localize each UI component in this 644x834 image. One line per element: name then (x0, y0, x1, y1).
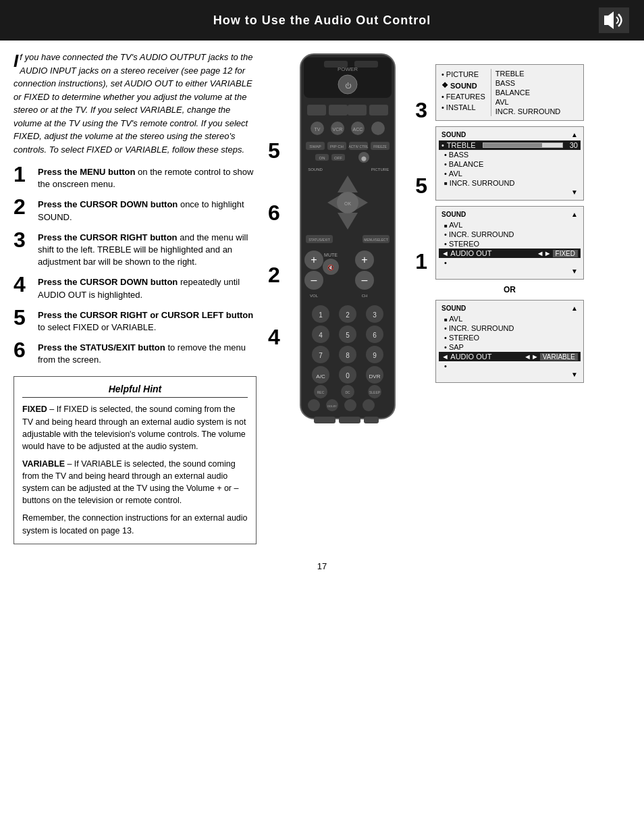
svg-text:SOUND: SOUND (308, 167, 323, 172)
svg-text:1: 1 (319, 311, 323, 319)
install-bullet: • (441, 103, 444, 111)
features-bullet: • (441, 93, 444, 101)
p2-audio-out-arrows: ◄► (537, 249, 552, 257)
step-5-number: 5 (14, 307, 32, 328)
step-4: 4 Press the CURSOR DOWN button repeatedl… (14, 276, 257, 301)
treble-label: TREBLE (447, 141, 476, 149)
p2-stereo-row: • STEREO (441, 239, 578, 249)
page-header: How to Use the Audio Out Control (0, 0, 644, 41)
svg-text:VOL: VOL (310, 294, 319, 298)
picture-bullet: • (441, 70, 444, 78)
step-6-number: 6 (14, 339, 32, 361)
menu-picture-label: PICTURE (446, 70, 479, 78)
svg-point-92 (363, 399, 375, 411)
side-num-4-left: 4 (268, 325, 280, 350)
svg-text:REC: REC (317, 390, 325, 394)
page-number: 17 (0, 554, 644, 578)
side-num-5-right: 5 (415, 174, 427, 199)
svg-text:FREEZE: FREEZE (373, 145, 387, 149)
p2-audio-out-left: ◄ AUDIO OUT (441, 249, 491, 257)
p3-stereo-bullet: • (444, 334, 447, 342)
svg-text:5: 5 (346, 332, 350, 339)
hint-fixed-text: – If FIXED is selected, the sound coming… (22, 405, 246, 450)
intro-paragraph: If you have connected the TV's AUDIO OUT… (14, 51, 257, 156)
svg-text:TV: TV (315, 127, 321, 132)
p2-audio-out-value: FIXED (553, 250, 578, 257)
svg-rect-0 (599, 7, 629, 33)
svg-text:POWER: POWER (338, 66, 358, 72)
p3-stereo-row: • STEREO (441, 333, 578, 342)
hint-variable-para: VARIABLE – If VARIABLE is selected, the … (22, 458, 248, 507)
p2-audio-out-label: AUDIO OUT (450, 249, 491, 257)
svg-text:ON: ON (319, 156, 325, 160)
p3-audio-out-label: AUDIO OUT (450, 353, 491, 361)
p3-audio-out-arrow: ◄ (441, 353, 449, 361)
svg-text:7: 7 (319, 352, 323, 359)
svg-text:ACC: ACC (353, 127, 363, 132)
step-6-bold: Press the STATUS/EXIT button (38, 342, 165, 353)
sub-treble: TREBLE (495, 69, 561, 78)
p3-audio-out-arrows: ◄► (524, 353, 539, 361)
left-column: If you have connected the TV's AUDIO OUT… (14, 51, 257, 544)
svg-text:MENU/SELECT: MENU/SELECT (364, 238, 388, 242)
sound-panel-2-arrow-up: ▲ (571, 211, 578, 218)
sound-panel-1-arrow-down: ▼ (571, 188, 578, 196)
sound-sub-items: TREBLE BASS BALANCE AVL INCR. SURROUND (491, 69, 561, 116)
p3-avl-bullet: ■ (444, 317, 448, 323)
step-5-bold: Press the CURSOR RIGHT or CURSOR LEFT bu… (38, 310, 253, 320)
p3-last-item: • (441, 361, 578, 371)
side-num-2-left: 2 (268, 263, 280, 288)
sub-bass: BASS (495, 78, 561, 88)
step-3-content: Press the CURSOR RIGHT button and the me… (38, 232, 257, 269)
helpful-hint-box: Helpful Hint FIXED – If FIXED is selecte… (14, 376, 257, 544)
balance-bullet: • (444, 160, 447, 168)
step-2: 2 Press the CURSOR DOWN button once to h… (14, 199, 257, 223)
sub-incr-surround: INCR. SURROUND (495, 107, 561, 116)
step-4-content: Press the CURSOR DOWN button repeatedly … (38, 276, 257, 301)
p3-sap-row: • SAP (441, 342, 578, 352)
menu-install-label: INSTALL (446, 103, 476, 111)
left-side-numbers: 5 6 2 4 (268, 138, 280, 350)
step-4-bold: Press the CURSOR DOWN button (38, 277, 178, 287)
step-1-content: Press the MENU button on the remote cont… (38, 166, 257, 190)
step-5-rest: to select FIXED or VARIABLE. (38, 322, 156, 332)
p3-arrow-down-row: ▼ (441, 371, 578, 378)
step-3: 3 Press the CURSOR RIGHT button and the … (14, 232, 257, 269)
svg-text:OK: OK (344, 201, 351, 206)
p2-incr-bullet: • (444, 230, 447, 238)
sound-panel-3-header: SOUND ▲ (441, 305, 578, 312)
main-menu-items: • PICTURE ❖ SOUND • FEATURES (441, 69, 485, 116)
bass-bullet: • (444, 151, 447, 159)
svg-rect-95 (339, 417, 360, 423)
p3-sap-bullet: • (444, 343, 447, 351)
svg-text:0: 0 (346, 372, 350, 380)
hint-remember-para: Remember, the connection instructions fo… (22, 512, 248, 536)
p3-incr-bullet: • (444, 324, 447, 332)
step-6: 6 Press the STATUS/EXIT button to remove… (14, 342, 257, 366)
avl-label: AVL (449, 170, 462, 178)
sound-panel-1-title: SOUND (441, 131, 466, 138)
speaker-icon (597, 7, 630, 34)
bass-row: • BASS (441, 150, 578, 159)
svg-text:ACTIV CTRL: ACTIV CTRL (348, 145, 368, 149)
step-4-number: 4 (14, 273, 32, 295)
sound-panel-1-arrow-up: ▲ (571, 131, 578, 138)
svg-text:9: 9 (373, 352, 377, 359)
remote-control: ⏻ POWER TV VCR ACC (294, 51, 402, 429)
step-5: 5 Press the CURSOR RIGHT or CURSOR LEFT … (14, 309, 257, 334)
svg-point-91 (344, 399, 356, 411)
p2-avl-bullet: ■ (444, 223, 448, 229)
svg-text:2: 2 (346, 311, 350, 319)
avl-bullet: • (444, 170, 447, 178)
p2-audio-out-right: ◄► FIXED (537, 249, 578, 257)
menu-sound-label: SOUND (450, 82, 477, 90)
step-5-content: Press the CURSOR RIGHT or CURSOR LEFT bu… (38, 309, 257, 334)
or-label: OR (435, 285, 584, 294)
intro-text: f you have connected the TV's AUDIO OUTP… (14, 52, 252, 155)
svg-text:VCR: VCR (333, 127, 343, 132)
bass-label: BASS (449, 151, 468, 159)
menu-install-item: • INSTALL (441, 102, 485, 113)
side-num-3-right: 3 (415, 98, 427, 123)
treble-bar-track (483, 142, 563, 148)
step-1: 1 Press the MENU button on the remote co… (14, 166, 257, 190)
